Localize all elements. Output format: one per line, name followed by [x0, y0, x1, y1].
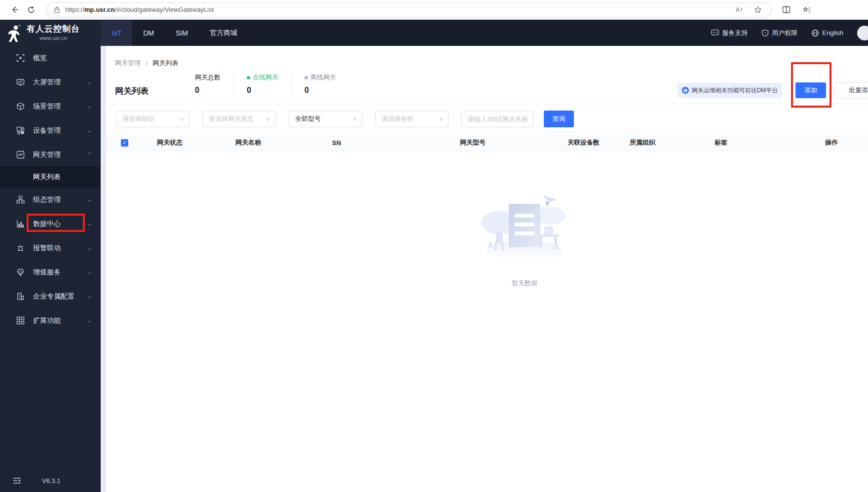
main-content: 网关管理 › 网关列表 网关列表 网关总数 0 在线网关 0 离线网关 0 ❶ …	[106, 46, 868, 492]
empty-state: 暂无数据	[480, 192, 569, 288]
url-text[interactable]: https://mp.usr.cn/#/cloud/gateway/ViewGa…	[65, 6, 731, 13]
sidebar-item-extensions[interactable]: 扩展功能 ⌄	[0, 308, 101, 333]
select-all-checkbox[interactable]: ✓	[121, 139, 128, 147]
sn-search-input[interactable]	[461, 111, 534, 127]
sidebar-item-enterprise-config[interactable]: 企业专属配置 ⌄	[0, 284, 101, 308]
brand-subtitle: www.usr.cn	[39, 35, 67, 41]
gateway-status-select[interactable]: 请选择网关状态 ∨	[202, 111, 276, 127]
col-organization: 所属组织	[630, 138, 715, 147]
stat-divider	[291, 75, 292, 93]
table-header: ✓ 网关状态 网关名称 SN 网关型号 关联设备数 所属组织 标签 操作	[106, 135, 868, 151]
page-title: 网关列表	[115, 85, 149, 97]
tab-sim[interactable]: SIM	[165, 20, 199, 46]
tag-select[interactable]: 请选择标签 ∨	[375, 111, 449, 127]
chevron-down-icon: ⌄	[87, 79, 92, 85]
favorite-star-icon[interactable]	[750, 2, 766, 17]
filter-bar: 请选择组织 ∨ 请选择网关状态 ∨ 全部型号 ∨ 请选择标签 ∨ 查询	[116, 111, 574, 127]
batch-add-button[interactable]: 批量添加	[834, 82, 868, 98]
chevron-up-icon: ⌃	[87, 151, 92, 158]
scene-cube-icon	[16, 102, 25, 111]
browser-toolbar: https://mp.usr.cn/#/cloud/gateway/ViewGa…	[0, 0, 868, 20]
browser-refresh-icon[interactable]	[23, 2, 39, 17]
sidebar-item-device-management[interactable]: 设备管理 ⌄	[0, 118, 101, 143]
col-linked-devices: 关联设备数	[567, 138, 630, 147]
stat-divider	[233, 75, 234, 93]
building-icon	[16, 292, 25, 301]
app-window: https://mp.usr.cn/#/cloud/gateway/ViewGa…	[0, 0, 868, 492]
version-label: V6.3.1	[42, 477, 61, 485]
col-gateway-name: 网关名称	[235, 138, 332, 147]
badge-shield-icon	[16, 268, 25, 276]
chevron-down-icon: ⌄	[87, 103, 92, 110]
sidebar-item-gateway-list[interactable]: 网关列表	[0, 167, 101, 188]
query-button[interactable]: 查询	[544, 111, 574, 127]
device-squares-icon	[16, 126, 25, 135]
tab-dm[interactable]: DM	[132, 20, 165, 46]
content-gutter	[101, 46, 106, 492]
chat-bubble-icon	[711, 29, 719, 37]
stat-offline: 离线网关 0	[304, 73, 336, 95]
add-gateway-button[interactable]: 添加	[795, 82, 826, 98]
read-aloud-icon[interactable]: A	[731, 2, 748, 17]
chevron-down-icon: ⌄	[87, 127, 92, 134]
user-permissions-link[interactable]: 用户权限	[761, 29, 797, 38]
section-divider	[106, 132, 868, 133]
stat-total: 网关总数 0	[195, 73, 221, 95]
chevron-down-icon: ⌄	[87, 317, 92, 324]
chevron-down-icon: ∨	[353, 116, 357, 122]
service-support-link[interactable]: 服务支持	[711, 29, 748, 38]
browser-back-icon[interactable]	[6, 2, 23, 17]
collapse-sidebar-icon[interactable]	[13, 477, 21, 484]
svg-text:A: A	[736, 6, 740, 13]
empty-text: 暂无数据	[480, 279, 569, 288]
bar-chart-icon	[16, 220, 25, 228]
user-avatar[interactable]	[857, 26, 868, 40]
topology-icon	[16, 195, 25, 204]
shield-icon	[761, 29, 769, 37]
breadcrumb-current: 网关列表	[152, 59, 178, 68]
sidebar-item-gateway-management[interactable]: 网关管理 ⌃	[0, 143, 101, 167]
brand-logo[interactable]: 有人云控制台 www.usr.cn	[0, 20, 101, 46]
sidebar-item-alarm-linkage[interactable]: 报警联动 ⌄	[0, 236, 101, 260]
online-dot-icon	[247, 76, 250, 79]
dm-platform-notice[interactable]: ❶ 网关运维相关功能可前往DM平台	[678, 83, 782, 98]
org-select[interactable]: 请选择组织 ∨	[116, 111, 189, 127]
offline-dot-icon	[304, 76, 308, 79]
model-select[interactable]: 全部型号 ∨	[289, 111, 362, 127]
alarm-siren-icon	[16, 244, 25, 252]
sidebar-item-screen-management[interactable]: 大屏管理 ⌄	[0, 70, 101, 94]
chevron-down-icon: ∨	[439, 116, 443, 122]
globe-icon	[811, 29, 819, 37]
sidebar-item-overview[interactable]: 概览	[0, 46, 101, 70]
chevron-down-icon: ⌄	[87, 196, 92, 203]
overview-icon	[16, 54, 25, 62]
breadcrumb-parent[interactable]: 网关管理	[115, 59, 141, 68]
breadcrumb: 网关管理 › 网关列表	[115, 59, 178, 68]
col-tags: 标签	[715, 138, 825, 147]
sidebar-item-data-center[interactable]: 数据中心 ⌄	[0, 212, 101, 236]
collections-icon[interactable]	[798, 2, 815, 17]
sidebar-item-configuration-management[interactable]: 组态管理 ⌄	[0, 188, 101, 212]
chevron-down-icon: ⌄	[87, 245, 92, 251]
sidebar: 概览 大屏管理 ⌄ 场景管理 ⌄ 设备管理 ⌄	[0, 46, 101, 492]
lock-icon[interactable]	[54, 6, 60, 13]
empty-illustration-icon	[480, 192, 569, 266]
sidebar-item-value-added-services[interactable]: 增值服务 ⌄	[0, 260, 101, 284]
sidebar-item-scene-management[interactable]: 场景管理 ⌄	[0, 94, 101, 118]
gateway-chart-icon	[16, 151, 25, 159]
chevron-down-icon: ∨	[180, 116, 184, 122]
section-divider	[106, 104, 868, 104]
chevron-down-icon: ⌄	[87, 293, 92, 300]
address-bar[interactable]: https://mp.usr.cn/#/cloud/gateway/ViewGa…	[46, 2, 772, 17]
chevron-down-icon: ⌄	[87, 269, 92, 275]
chevron-down-icon: ∨	[266, 116, 270, 122]
stat-online: 在线网关 0	[247, 73, 278, 95]
tab-iot[interactable]: IoT	[101, 20, 132, 46]
top-navbar: 有人云控制台 www.usr.cn IoT DM SIM 官方商城 服务支持 用…	[0, 20, 868, 46]
col-sn: SN	[332, 139, 460, 147]
col-gateway-status: 网关状态	[157, 138, 235, 147]
tab-official-mall[interactable]: 官方商城	[199, 20, 248, 46]
split-screen-icon[interactable]	[778, 2, 794, 17]
usr-person-logo-icon	[6, 24, 23, 42]
language-switch[interactable]: English	[811, 29, 843, 37]
